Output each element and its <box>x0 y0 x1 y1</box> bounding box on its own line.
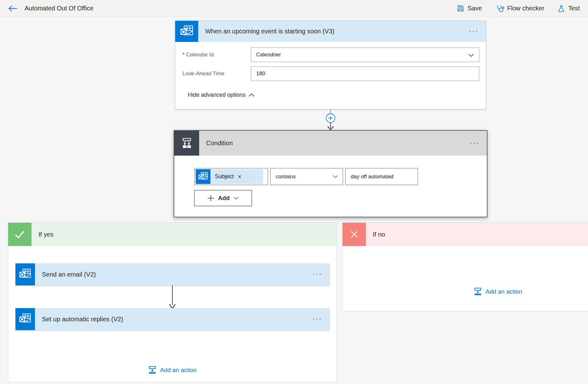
chevron-down-icon <box>233 197 239 200</box>
required-marker: * <box>182 52 185 58</box>
back-button[interactable] <box>8 5 18 12</box>
send-email-menu-button[interactable]: ··· <box>313 271 330 278</box>
if-yes-branch: If yes <box>8 222 337 382</box>
lookahead-label: Look-Ahead Time <box>182 66 224 81</box>
calendar-id-dropdown[interactable]: Calendrier <box>251 48 479 62</box>
save-icon <box>457 4 464 12</box>
insert-step-connector <box>324 109 337 130</box>
calendar-id-label: *Calendar Id <box>182 48 214 62</box>
outlook-calendar-icon <box>175 21 198 42</box>
trigger-title: When an upcoming event is starting soon … <box>198 28 469 35</box>
trigger-card: When an upcoming event is starting soon … <box>175 20 486 109</box>
save-label: Save <box>468 5 482 12</box>
if-yes-header: If yes <box>8 223 337 246</box>
subject-token-chip[interactable]: Subject ✕ <box>210 169 263 184</box>
if-no-label: If no <box>366 231 588 238</box>
trigger-menu-button[interactable]: ··· <box>469 28 486 35</box>
topbar-actions: Save Flow checker Test <box>457 4 588 13</box>
calendar-id-value: Calendrier <box>256 52 281 58</box>
flask-icon <box>557 5 565 12</box>
hide-advanced-options-toggle[interactable]: Hide advanced options <box>188 92 255 98</box>
add-action-icon <box>148 366 157 374</box>
add-button-label: Add <box>218 195 230 202</box>
flow-checker-label: Flow checker <box>507 5 545 12</box>
trigger-card-header[interactable]: When an upcoming event is starting soon … <box>175 21 486 42</box>
lookahead-input[interactable]: 180 <box>251 66 479 81</box>
auto-replies-title: Set up automatic replies (V2) <box>35 316 313 323</box>
condition-menu-button[interactable]: ··· <box>470 140 487 147</box>
condition-title: Condition <box>199 140 470 147</box>
condition-card-header[interactable]: Condition ··· <box>174 131 487 156</box>
outlook-mail-icon <box>15 263 35 285</box>
insert-step-plus-button[interactable] <box>326 114 335 123</box>
if-no-add-action-button[interactable]: Add an action <box>343 287 588 296</box>
remove-token-button[interactable]: ✕ <box>238 174 242 180</box>
condition-operator-dropdown[interactable]: contains <box>270 168 343 185</box>
if-yes-label: If yes <box>32 231 337 238</box>
back-arrow-icon <box>8 5 18 12</box>
send-email-card[interactable]: Send an email (V2) ··· <box>15 263 330 285</box>
if-no-branch: If no Add an action <box>342 222 588 311</box>
auto-replies-card[interactable]: Set up automatic replies (V2) ··· <box>15 308 330 330</box>
stethoscope-icon <box>495 4 504 13</box>
condition-operand-box[interactable]: Subject ✕ <box>194 168 268 185</box>
page-title: Automated Out Of Office <box>25 5 94 12</box>
condition-icon <box>174 131 199 156</box>
cross-icon <box>343 223 366 246</box>
outlook-token-icon <box>196 169 210 184</box>
test-label: Test <box>568 5 580 12</box>
action-connector-arrow <box>168 285 177 309</box>
outlook-mail-icon <box>15 308 35 330</box>
plus-icon <box>207 195 214 202</box>
operator-value: contains <box>276 174 296 180</box>
topbar: Automated Out Of Office Save Flow checke <box>0 0 588 17</box>
save-button[interactable]: Save <box>457 4 482 12</box>
auto-replies-menu-button[interactable]: ··· <box>313 316 330 323</box>
condition-card: Condition ··· Subject ✕ <box>174 130 487 217</box>
send-email-title: Send an email (V2) <box>35 271 313 278</box>
condition-add-button[interactable]: Add <box>194 190 252 206</box>
subject-token-label: Subject <box>215 173 234 180</box>
if-no-add-action-label: Add an action <box>486 288 522 295</box>
chevron-down-icon <box>468 54 474 57</box>
condition-value: day off automated <box>351 174 394 180</box>
test-button[interactable]: Test <box>557 5 580 12</box>
lookahead-value: 180 <box>256 71 265 77</box>
if-no-header: If no <box>343 223 588 246</box>
add-action-icon <box>474 287 482 296</box>
flow-checker-button[interactable]: Flow checker <box>495 4 545 13</box>
if-yes-add-action-button[interactable]: Add an action <box>8 366 337 374</box>
condition-value-input[interactable]: day off automated <box>345 168 418 185</box>
chevron-down-icon <box>332 175 338 178</box>
check-icon <box>8 223 32 246</box>
if-yes-add-action-label: Add an action <box>160 367 197 374</box>
chevron-up-icon <box>248 93 255 97</box>
